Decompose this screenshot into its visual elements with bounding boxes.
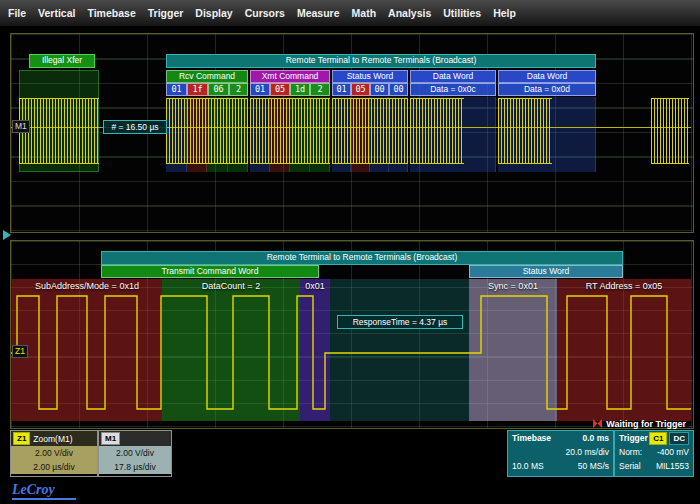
m1-burst-right <box>651 98 689 164</box>
status-byte-0: 01 <box>332 83 351 96</box>
timebase-scale: 20.0 ms/div <box>566 445 609 459</box>
sync-bit-label: 0x01 <box>300 281 330 291</box>
m1-burst-illegal <box>19 98 99 164</box>
z1-tdiv: 2.00 µs/div <box>11 460 97 474</box>
xmt-command-header: Xmt Command <box>250 70 330 83</box>
datacount-label: DataCount = 2 <box>162 281 300 291</box>
oscilloscope-screen: File Vertical Timebase Trigger Display C… <box>0 0 700 504</box>
z1-descriptor-box[interactable]: Z1 Zoom(M1) 2.00 V/div 2.00 µs/div <box>10 430 98 477</box>
rcv-byte-0: 01 <box>166 83 187 96</box>
m1-burst-data2 <box>498 98 552 164</box>
trigger-protocol: MIL1553 <box>656 459 689 473</box>
broadcast-header-top: Remote Terminal to Remote Terminals (Bro… <box>166 54 596 68</box>
z1-vdiv: 2.00 V/div <box>11 446 97 460</box>
xmt-byte-3: 2 <box>310 83 330 96</box>
m1-burst-rcv <box>166 98 248 164</box>
xmt-byte-0: 01 <box>250 83 270 96</box>
m1-tdiv: 17.8 µs/div <box>99 460 171 474</box>
trigger-status: Waiting for Trigger <box>592 418 686 429</box>
menu-item-cursors[interactable]: Cursors <box>245 7 285 19</box>
m1-trace-label[interactable]: M1 <box>12 120 30 133</box>
menu-item-trigger[interactable]: Trigger <box>148 7 184 19</box>
gap-annotation: # = 16.50 µs <box>103 120 167 134</box>
data-word2-value: Data = 0x0d <box>498 83 596 96</box>
lecroy-logo: LeCroy <box>12 482 55 498</box>
response-time-annotation: ResponseTime = 4.37 µs <box>337 315 463 329</box>
z1-trace-label[interactable]: Z1 <box>12 345 28 358</box>
xmt-byte-2: 1d <box>290 83 310 96</box>
status-byte-1: 05 <box>351 83 370 96</box>
menu-item-vertical[interactable]: Vertical <box>38 7 75 19</box>
menu-bar: File Vertical Timebase Trigger Display C… <box>0 0 700 27</box>
trigger-coupling-chip: DC <box>669 432 689 445</box>
timebase-rate: 50 MS/s <box>578 459 609 473</box>
m1-burst-xmt <box>250 98 330 164</box>
rcv-byte-2: 06 <box>208 83 229 96</box>
m1-burst-status <box>332 98 408 164</box>
data-word1-value: Data = 0x0c <box>410 83 496 96</box>
m1-descriptor-box[interactable]: M1 2.00 V/div 17.8 µs/div <box>98 430 172 477</box>
menu-item-file[interactable]: File <box>8 7 26 19</box>
m1-burst-data1 <box>410 98 464 164</box>
z1-chip: Z1 <box>13 432 30 445</box>
trigger-title: Trigger <box>619 431 648 445</box>
status-byte-3: 00 <box>389 83 408 96</box>
rcv-byte-3: 2 <box>229 83 248 96</box>
rcv-byte-1: 1f <box>187 83 208 96</box>
bottom-grid-panel: Remote Terminal to Remote Terminals (Bro… <box>10 240 694 429</box>
transmit-command-header: Transmit Command Word <box>101 265 319 278</box>
trigger-kind: Serial <box>619 459 641 473</box>
xmt-byte-1: 05 <box>270 83 290 96</box>
menu-item-math[interactable]: Math <box>352 7 377 19</box>
status-word-header: Status Word <box>332 70 408 83</box>
data-word2-header: Data Word <box>498 70 596 83</box>
trigger-source-chip: C1 <box>649 432 667 445</box>
status-byte-2: 00 <box>370 83 389 96</box>
m1-chip: M1 <box>101 432 120 445</box>
zoom-link-arrow-icon <box>3 230 11 240</box>
menu-item-display[interactable]: Display <box>195 7 232 19</box>
rcv-command-header: Rcv Command <box>166 70 248 83</box>
trigger-mode: Norm: <box>619 445 642 459</box>
menu-item-timebase[interactable]: Timebase <box>87 7 135 19</box>
waiting-trigger-icon <box>592 418 603 429</box>
top-grid-panel: # = 16.50 µs Illegal Xfer Remote Termina… <box>10 33 694 233</box>
timebase-samples: 10.0 MS <box>512 459 544 473</box>
menu-item-help[interactable]: Help <box>493 7 516 19</box>
trigger-descriptor-box[interactable]: Trigger C1 DC Norm: -400 mV Serial MIL15… <box>614 430 694 477</box>
menu-item-measure[interactable]: Measure <box>297 7 340 19</box>
subaddress-label: SubAddress/Mode = 0x1d <box>12 281 162 291</box>
trigger-level: -400 mV <box>657 445 689 459</box>
timebase-offset: 0.0 ms <box>583 431 609 445</box>
menu-item-analysis[interactable]: Analysis <box>388 7 431 19</box>
trigger-status-text: Waiting for Trigger <box>606 419 686 429</box>
z1-title: Zoom(M1) <box>33 434 72 444</box>
timebase-title: Timebase <box>512 431 551 445</box>
illegal-xfer-label: Illegal Xfer <box>29 54 95 68</box>
sync-label: Sync = 0x01 <box>469 281 557 291</box>
rt-address-label: RT Address = 0x05 <box>557 281 691 291</box>
m1-vdiv: 2.00 V/div <box>99 446 171 460</box>
status-word-header-bottom: Status Word <box>469 265 623 278</box>
timebase-descriptor-box[interactable]: Timebase 0.0 ms 20.0 ms/div 10.0 MS 50 M… <box>507 430 614 477</box>
data-word1-header: Data Word <box>410 70 496 83</box>
lecroy-logo-underline <box>12 498 76 500</box>
menu-item-utilities[interactable]: Utilities <box>443 7 481 19</box>
broadcast-header-bottom: Remote Terminal to Remote Terminals (Bro… <box>101 251 623 265</box>
